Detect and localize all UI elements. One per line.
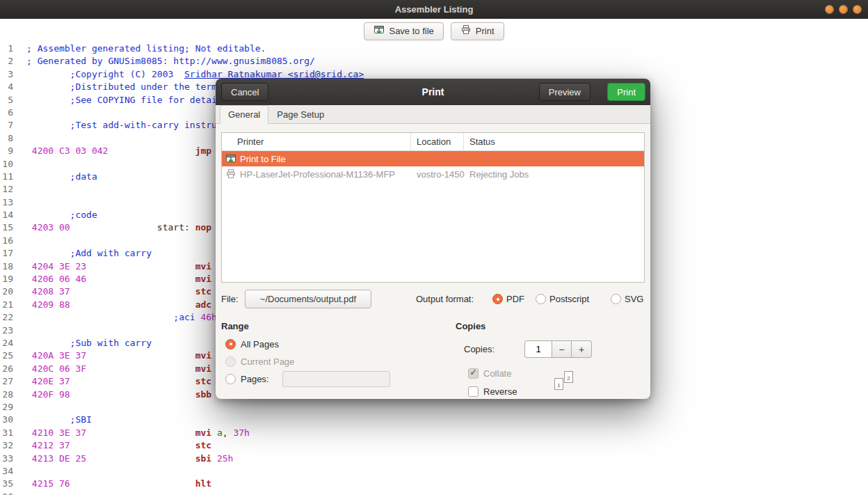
code-line: 30 ;SBI bbox=[1, 414, 868, 426]
line-number: 9 bbox=[1, 145, 13, 157]
line-number: 6 bbox=[1, 107, 13, 119]
line-number: 1 bbox=[1, 42, 13, 55]
code-text: 4203 00 start: nop bbox=[26, 222, 211, 233]
line-number: 8 bbox=[1, 132, 13, 145]
printer-row-hp-laserjet[interactable]: HP-LaserJet-Professional-M1136-MFP vostr… bbox=[222, 166, 644, 182]
column-header-status[interactable]: Status bbox=[464, 136, 644, 147]
code-text: 4206 06 46 mvi bbox=[26, 274, 211, 284]
tab-bar: General Page Setup bbox=[216, 105, 650, 124]
code-text: 4210 3E 37 mvi a, 37h bbox=[26, 427, 250, 438]
save-to-file-button[interactable]: Save to file bbox=[364, 22, 443, 40]
reverse-label[interactable]: Reverse bbox=[483, 386, 517, 397]
line-number: 25 bbox=[1, 349, 13, 362]
line-number: 2 bbox=[1, 55, 13, 68]
code-text: ;Distributed under the terms bbox=[26, 81, 223, 92]
code-line: 32 4212 37 stc bbox=[1, 439, 868, 452]
printer-icon bbox=[460, 24, 472, 38]
code-text: ;aci 46h bbox=[26, 312, 217, 322]
window-title: Assembler Listing bbox=[395, 4, 474, 15]
line-number: 35 bbox=[1, 478, 13, 490]
radio-svg-label[interactable]: SVG bbox=[625, 294, 643, 304]
code-line: 36 bbox=[1, 491, 868, 495]
column-header-location[interactable]: Location bbox=[411, 133, 464, 151]
column-header-printer[interactable]: Printer bbox=[222, 133, 411, 151]
radio-pdf-label[interactable]: PDF bbox=[506, 294, 524, 304]
copies-input[interactable] bbox=[524, 340, 552, 358]
code-line: 33 4213 DE 25 sbi 25h bbox=[1, 453, 868, 465]
line-number: 24 bbox=[1, 337, 13, 349]
code-text: 4200 C3 03 042 jmp bbox=[26, 146, 211, 156]
radio-svg[interactable] bbox=[611, 294, 621, 304]
range-section: Range All Pages Current Page Pages: bbox=[221, 321, 430, 384]
line-number: 17 bbox=[1, 247, 13, 260]
copies-increment-button[interactable]: + bbox=[572, 340, 592, 358]
save-to-file-label: Save to file bbox=[389, 26, 433, 36]
code-text: 420A 3E 37 mvi bbox=[26, 350, 211, 361]
line-number: 15 bbox=[1, 221, 13, 234]
code-line: 1; Assembler generated listing; Not edit… bbox=[1, 42, 868, 55]
line-number: 12 bbox=[1, 183, 13, 196]
code-text: ; Generated by GNUSim8085: http://www.gn… bbox=[26, 56, 315, 66]
window-titlebar[interactable]: Assembler Listing bbox=[0, 0, 868, 19]
maximize-button[interactable] bbox=[839, 5, 848, 14]
pages-input bbox=[282, 371, 390, 387]
print-confirm-button[interactable]: Print bbox=[607, 83, 645, 101]
close-button[interactable] bbox=[853, 5, 862, 14]
printer-icon bbox=[225, 168, 236, 180]
copies-decrement-button[interactable]: − bbox=[552, 340, 572, 358]
code-line: 35 4215 76 hlt bbox=[1, 478, 868, 490]
toolbar: Save to file Print bbox=[0, 19, 868, 43]
tab-page-setup[interactable]: Page Setup bbox=[268, 105, 332, 123]
collate-label: Collate bbox=[483, 368, 511, 379]
line-number: 4 bbox=[1, 81, 13, 93]
code-text: ;Sub with carry bbox=[26, 338, 152, 348]
radio-all-pages[interactable] bbox=[225, 339, 236, 349]
file-button[interactable]: ~/Documents/output.pdf bbox=[245, 290, 371, 308]
printer-row-print-to-file[interactable]: Print to File bbox=[222, 151, 644, 166]
reverse-checkbox[interactable] bbox=[468, 386, 479, 397]
minimize-button[interactable] bbox=[825, 5, 834, 14]
printer-status: Rejecting Jobs bbox=[464, 169, 644, 180]
line-number: 7 bbox=[1, 119, 13, 132]
code-text: ;SBI bbox=[26, 414, 92, 425]
collate-checkbox bbox=[468, 368, 479, 379]
line-number: 13 bbox=[1, 196, 13, 209]
code-line: 31 4210 3E 37 mvi a, 37h bbox=[1, 427, 868, 439]
code-text: 420C 06 3F mvi bbox=[26, 363, 211, 374]
line-number: 18 bbox=[1, 260, 13, 273]
cancel-button[interactable]: Cancel bbox=[221, 83, 268, 101]
all-pages-label[interactable]: All Pages bbox=[241, 339, 279, 349]
line-number: 5 bbox=[1, 94, 13, 107]
code-text: ;code bbox=[26, 210, 97, 220]
code-text: ; Assembler generated listing; Not edita… bbox=[26, 43, 266, 54]
code-text: 4215 76 hlt bbox=[26, 478, 211, 489]
output-format-label: Output format: bbox=[416, 294, 474, 304]
code-text: ;See COPYING file for details bbox=[26, 95, 228, 105]
print-dialog-header[interactable]: Print Cancel Preview Print bbox=[216, 79, 650, 105]
code-text: 4212 37 stc bbox=[26, 440, 211, 450]
line-number: 27 bbox=[1, 375, 13, 388]
code-text: 420E 37 stc bbox=[26, 376, 211, 386]
file-row: File: ~/Documents/output.pdf Output form… bbox=[221, 290, 645, 309]
print-dialog: Print Cancel Preview Print General Page … bbox=[216, 79, 650, 399]
radio-pdf[interactable] bbox=[492, 294, 503, 304]
line-number: 30 bbox=[1, 414, 13, 426]
collate-page-2: 2 bbox=[564, 371, 573, 383]
printer-location: vostro-1450 bbox=[411, 169, 464, 180]
print-toolbar-button[interactable]: Print bbox=[451, 22, 504, 40]
printer-list-header: Printer Location Status bbox=[222, 133, 644, 151]
line-number: 11 bbox=[1, 171, 13, 183]
printer-name: Print to File bbox=[222, 154, 411, 164]
printer-list: Printer Location Status Print to File HP… bbox=[221, 132, 645, 283]
radio-postscript-label[interactable]: Postscript bbox=[549, 294, 589, 304]
pages-label[interactable]: Pages: bbox=[241, 374, 268, 384]
code-text: 4204 3E 23 mvi bbox=[26, 261, 211, 272]
radio-pages[interactable] bbox=[225, 374, 236, 384]
line-number: 10 bbox=[1, 158, 13, 171]
collate-page-1: 1 bbox=[554, 378, 563, 390]
code-line: 34 bbox=[1, 465, 868, 478]
tab-general[interactable]: General bbox=[220, 105, 268, 124]
preview-button[interactable]: Preview bbox=[539, 83, 590, 101]
line-number: 29 bbox=[1, 401, 13, 414]
radio-postscript[interactable] bbox=[536, 294, 546, 304]
